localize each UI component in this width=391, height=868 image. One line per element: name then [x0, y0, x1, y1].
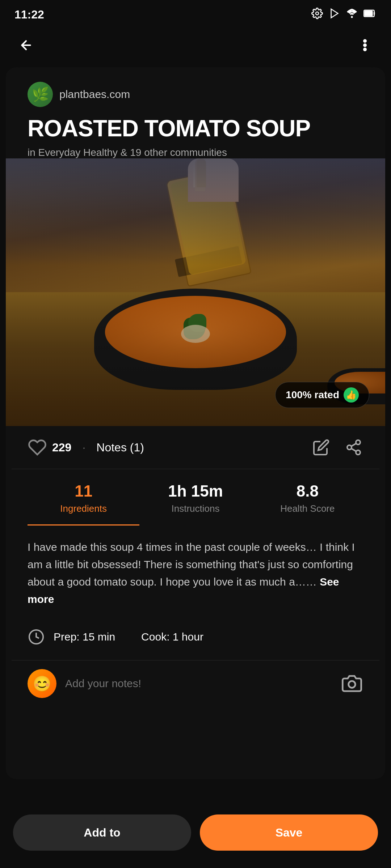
- cook-time-text: Cook: 1 hour: [141, 631, 203, 643]
- status-bar: 11:22: [0, 0, 391, 29]
- avatar-emoji: 😊: [33, 675, 51, 693]
- more-options-button[interactable]: [352, 32, 378, 58]
- description-text: I have made this soup 4 times in the pas…: [28, 539, 363, 608]
- back-button[interactable]: [13, 32, 39, 58]
- recipe-communities: in Everyday Healthy & 19 other communiti…: [28, 147, 363, 158]
- svg-point-4: [364, 40, 366, 42]
- source-name[interactable]: plantbaes.com: [59, 88, 130, 101]
- source-row: 🌿 plantbaes.com: [28, 82, 363, 107]
- dot-separator: ·: [82, 441, 85, 454]
- avatar-icon: 🌿: [32, 86, 49, 102]
- wifi-icon: [346, 8, 358, 22]
- svg-point-7: [356, 440, 360, 444]
- likes-section: 229 · Notes (1): [28, 438, 311, 457]
- time-section: Prep: 15 min Cook: 1 hour: [12, 621, 379, 660]
- top-nav: [0, 29, 391, 61]
- svg-point-8: [347, 445, 352, 450]
- settings-icon: [311, 8, 323, 22]
- ingredients-count: 11: [75, 482, 92, 500]
- edit-button[interactable]: [311, 438, 331, 457]
- status-time: 11:22: [14, 8, 44, 21]
- svg-line-11: [351, 443, 356, 446]
- bottom-actions: Add to Save: [0, 804, 391, 868]
- ingredients-tab[interactable]: 11 Ingredients: [28, 482, 139, 526]
- rated-text: 100% rated: [286, 389, 339, 401]
- svg-point-9: [356, 450, 360, 455]
- heart-button[interactable]: [28, 438, 47, 457]
- rated-badge: 100% rated 👍: [275, 382, 369, 408]
- health-score-label: Health Score: [280, 503, 335, 514]
- notes-link[interactable]: Notes (1): [96, 441, 144, 454]
- notes-section: 😊: [12, 660, 379, 707]
- status-icons: [311, 8, 377, 22]
- recipe-title: ROASTED TOMATO SOUP: [28, 116, 363, 141]
- save-button[interactable]: Save: [200, 814, 378, 851]
- share-button[interactable]: [344, 438, 363, 457]
- recipe-header: 🌿 plantbaes.com ROASTED TOMATO SOUP in E…: [12, 67, 379, 158]
- notification-icon: [329, 8, 340, 22]
- user-avatar: 😊: [28, 669, 56, 698]
- battery-icon: [363, 8, 377, 22]
- thumbs-up-icon: 👍: [344, 387, 359, 403]
- svg-rect-3: [365, 11, 373, 16]
- svg-point-0: [316, 12, 319, 15]
- ingredients-label: Ingredients: [60, 503, 107, 514]
- time-label: Instructions: [172, 503, 220, 514]
- actions-row: 229 · Notes (1): [12, 426, 379, 469]
- description-section: I have made this soup 4 times in the pas…: [12, 526, 379, 621]
- recipe-image: 100% rated 👍: [6, 158, 385, 426]
- health-score-tab[interactable]: 8.8 Health Score: [252, 482, 363, 526]
- source-avatar: 🌿: [28, 82, 53, 107]
- bottom-spacer: [6, 707, 385, 779]
- stats-section: 11 Ingredients 1h 15m Instructions 8.8 H…: [12, 469, 379, 526]
- recipe-card: 🌿 plantbaes.com ROASTED TOMATO SOUP in E…: [6, 67, 385, 779]
- time-value: 1h 15m: [168, 482, 223, 500]
- likes-count: 229: [52, 441, 71, 454]
- svg-marker-1: [331, 9, 338, 18]
- stats-row: 11 Ingredients 1h 15m Instructions 8.8 H…: [28, 469, 363, 526]
- action-icons: [311, 438, 363, 457]
- svg-point-6: [364, 48, 366, 50]
- notes-input[interactable]: [65, 677, 332, 690]
- camera-button[interactable]: [340, 672, 363, 695]
- svg-line-10: [351, 448, 356, 451]
- clock-icon: [28, 628, 45, 646]
- health-score-value: 8.8: [297, 482, 319, 500]
- instructions-tab[interactable]: 1h 15m Instructions: [139, 482, 251, 526]
- prep-time-text: Prep: 15 min: [54, 631, 115, 643]
- add-to-button[interactable]: Add to: [13, 814, 191, 851]
- svg-point-5: [364, 44, 366, 46]
- svg-point-13: [349, 681, 356, 688]
